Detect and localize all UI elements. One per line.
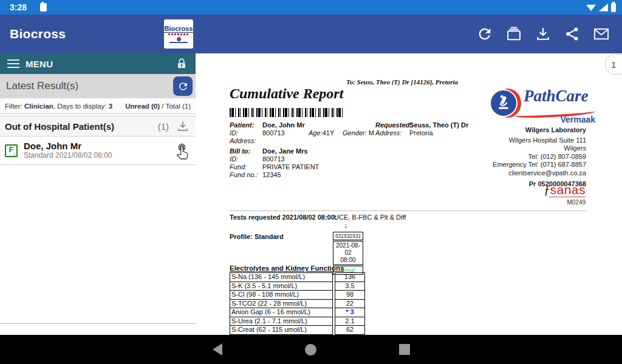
sidebar: MENU Latest Result(s) Filter: Clinician, — [0, 53, 196, 335]
refresh-icon[interactable] — [476, 25, 493, 42]
biocross-logo-line — [169, 42, 188, 43]
test-value: 3.5 — [335, 281, 365, 291]
patient-name: Doe, John Mr — [24, 141, 112, 151]
requested-label: Requested: — [375, 121, 409, 129]
microscope-icon — [493, 93, 514, 113]
page-number: 1 — [611, 59, 616, 70]
table-row: S-Cl (98 - 108 mmol/L)98 — [230, 290, 365, 300]
gender-label: Gender: — [343, 129, 367, 136]
table-row: S-Creat (62 - 115 umol/L)62 — [230, 325, 365, 335]
patient-address-label: Address: — [230, 137, 262, 145]
filter-days-label: , Days to display: — [53, 103, 107, 110]
sidebar-bottom-divider — [0, 323, 196, 324]
test-name: S-TCO2 (22 - 28 mmol/L) — [230, 299, 333, 309]
unread-count: Unread (0) — [125, 103, 160, 110]
section-download-icon[interactable] — [176, 120, 190, 133]
laboratory-details-block: Wilgers Laboratory Wilgers Hospital Suit… — [493, 126, 586, 189]
patient-result-subtitle: Standard 2021/08/02 08:00 — [24, 151, 112, 160]
test-value: 98 — [335, 290, 365, 300]
medclaim-emblem — [177, 37, 181, 41]
back-button[interactable] — [213, 343, 222, 356]
test-name: Anion Gap (6 - 16 mmol/L) — [230, 308, 333, 317]
section-title: Out of Hospital Patient(s) — [5, 121, 114, 132]
collection-date: 2021-08-02 — [333, 242, 363, 257]
sanas-mark-icon: ƒ — [544, 184, 550, 195]
table-row: S-K (3.5 - 5.1 mmol/L)3.5 — [230, 281, 365, 291]
pathcare-wordmark: PathCare — [524, 87, 589, 106]
home-button[interactable] — [305, 344, 316, 356]
results-section-title: Electrolytes and Kidney Functions — [230, 265, 344, 272]
lab-name: Wilgers Laboratory — [493, 126, 586, 135]
section-count-badge: (1) — [158, 121, 169, 132]
billto-value: Doe, Jane Mrs — [262, 147, 308, 155]
wifi-icon — [586, 4, 596, 11]
report-viewer[interactable]: 1 To: Seuss, Theo (T) Dr [14126], Pretor… — [196, 53, 622, 335]
lock-icon[interactable] — [175, 56, 188, 71]
gender-value: M — [369, 129, 374, 136]
results-table: S-Na (136 - 145 mmol/L)136 S-K (3.5 - 5.… — [230, 272, 365, 335]
billto-label: Bill to: — [230, 147, 262, 155]
filter-label: Filter: — [5, 103, 22, 110]
table-row: S-TCO2 (22 - 28 mmol/L)22 — [230, 299, 365, 309]
hamburger-icon[interactable] — [7, 59, 19, 68]
clock: 3:28 — [10, 2, 27, 12]
menu-bar[interactable]: MENU — [0, 53, 196, 74]
cellular-signal-icon — [599, 4, 608, 12]
tests-requested-label: Tests requested 2021/08/02 08:00: — [230, 214, 337, 221]
fundno-value: 12345 — [262, 171, 281, 178]
down-arrow: ↓ — [344, 221, 347, 230]
requested-address-label: Address: — [375, 129, 409, 137]
test-name: S-Creat (62 - 115 umol/L) — [230, 325, 333, 335]
biocross-logo-bars — [168, 33, 189, 35]
requesting-doctor-block: Requested:Seuss, Theo (T) Dr Address:Pre… — [375, 121, 497, 137]
patient-id-value: 800713 — [262, 129, 309, 137]
test-value: 62 — [335, 325, 365, 335]
sanas-wordmark: sanas — [550, 184, 586, 195]
app-bar: Biocross Biocross — [0, 15, 622, 53]
test-name: S-Urea (2.1 - 7.1 mmol/L) — [230, 317, 333, 326]
recents-button[interactable] — [399, 344, 410, 355]
tap-hand-icon[interactable] — [174, 141, 191, 160]
table-row: S-Na (136 - 145 mmol/L)136 — [230, 272, 365, 282]
filter-clinician: Clinician — [24, 103, 53, 110]
filter-row: Filter: Clinician, Days to display: 3 Un… — [0, 98, 196, 114]
test-name: S-Na (136 - 145 mmol/L) — [230, 272, 333, 282]
refresh-results-button[interactable] — [173, 76, 193, 96]
fund-label: Fund: — [230, 163, 262, 171]
status-bar: 3:28 — [0, 0, 622, 15]
fund-value: PRIVATE PATIENT — [262, 163, 319, 170]
latest-results-header: Latest Result(s) — [0, 74, 196, 98]
share-icon[interactable] — [564, 25, 581, 42]
android-nav-bar — [0, 335, 622, 364]
out-of-hospital-section-header[interactable]: Out of Hospital Patient(s) (1) — [0, 116, 196, 136]
test-value: 22 — [335, 299, 365, 309]
pathcare-branch: Vermaak — [560, 115, 595, 124]
notification-icon — [40, 3, 47, 12]
test-value: 136 — [335, 272, 365, 282]
download-icon[interactable] — [535, 25, 552, 42]
lab-email: clientservice@vpath.co.za — [493, 169, 586, 178]
collection-time: 08:00 — [333, 257, 363, 264]
sanas-accreditation-code: M0249 — [544, 199, 586, 206]
email-icon[interactable] — [593, 25, 610, 42]
result-file-icon: F↓ — [5, 144, 18, 157]
biocross-logo-text: Biocross — [164, 25, 193, 33]
lab-address-1: Wilgers Hospital Suite 111 — [493, 136, 586, 145]
addressed-to-line: To: Seuss, Theo (T) Dr [14126], Pretoria — [196, 78, 609, 86]
patient-list-item[interactable]: F↓ Doe, John Mr Standard 2021/08/02 08:0… — [0, 136, 196, 165]
battery-icon — [611, 3, 616, 12]
requested-value: Seuss, Theo (T) Dr — [409, 121, 468, 129]
specimen-id: 531531531 — [333, 232, 363, 240]
bill-id-value: 800713 — [262, 155, 285, 163]
profile-label: Profile: Standard — [230, 233, 284, 240]
specimen-barcode — [230, 108, 343, 117]
report-title: Cumulative Report — [230, 86, 343, 102]
age-value: 41Y — [323, 129, 335, 136]
filter-days-value: 3 — [109, 103, 112, 110]
patient-id-label: ID: — [230, 129, 262, 137]
table-row: S-Urea (2.1 - 7.1 mmol/L)2.1 — [230, 317, 365, 326]
menu-label: MENU — [26, 59, 53, 69]
requested-address-value: Pretoria — [409, 129, 433, 136]
page-number-tab: 1 — [605, 54, 622, 75]
documents-stack-icon[interactable] — [505, 25, 522, 42]
